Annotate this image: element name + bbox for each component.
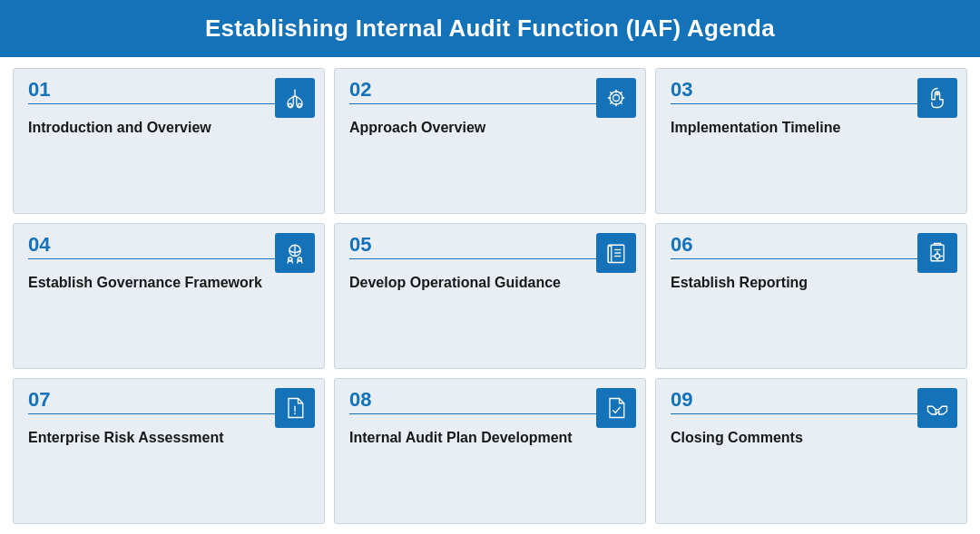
svg-rect-8 xyxy=(608,245,624,262)
card-number-02: 02 xyxy=(349,80,632,100)
page-header: Establishing Internal Audit Function (IA… xyxy=(0,0,980,57)
card-06: 06 Establish Reporting xyxy=(655,223,967,369)
card-title-07: Enterprise Risk Assessment xyxy=(28,429,311,448)
card-title-04: Establish Governance Framework xyxy=(28,274,311,293)
card-title-09: Closing Comments xyxy=(671,429,954,448)
card-02: 02 Approach Overview xyxy=(334,68,646,214)
card-title-06: Establish Reporting xyxy=(671,274,954,293)
svg-point-16 xyxy=(294,413,296,414)
card-number-07: 07 xyxy=(28,390,311,410)
card-08: 08 Internal Audit Plan Development xyxy=(334,378,646,524)
card-title-03: Implementation Timeline xyxy=(671,119,954,138)
card-icon-document-check xyxy=(596,388,636,428)
svg-point-1 xyxy=(299,103,302,107)
card-divider-06 xyxy=(671,258,954,259)
card-number-06: 06 xyxy=(671,235,954,255)
card-icon-gear xyxy=(596,78,636,118)
header-title: Establishing Internal Audit Function (IA… xyxy=(205,15,775,42)
card-divider-09 xyxy=(671,413,954,414)
card-icon-document-warning xyxy=(275,388,315,428)
card-icon-touch xyxy=(917,78,957,118)
card-icon-handshake xyxy=(917,388,957,428)
svg-point-0 xyxy=(289,103,292,107)
card-number-09: 09 xyxy=(671,390,954,410)
svg-point-4 xyxy=(936,92,939,96)
card-divider-01 xyxy=(28,103,311,104)
card-divider-07 xyxy=(28,413,311,414)
card-05: 05 Develop Operational Guidance xyxy=(334,223,646,369)
card-07: 07 Enterprise Risk Assessment xyxy=(13,378,325,524)
card-number-05: 05 xyxy=(349,235,632,255)
card-title-02: Approach Overview xyxy=(349,119,632,138)
card-divider-08 xyxy=(349,413,632,414)
card-number-03: 03 xyxy=(671,80,954,100)
card-number-04: 04 xyxy=(28,235,311,255)
card-number-08: 08 xyxy=(349,390,632,410)
card-03: 03 Implementation Timeline xyxy=(655,68,967,214)
svg-point-13 xyxy=(935,254,939,258)
card-title-05: Develop Operational Guidance xyxy=(349,274,632,293)
card-icon-book xyxy=(596,233,636,273)
card-divider-02 xyxy=(349,103,632,104)
card-divider-04 xyxy=(28,258,311,259)
card-divider-05 xyxy=(349,258,632,259)
card-icon-lungs xyxy=(275,78,315,118)
grid-container: 01 Introduction and Overview 02 Approach… xyxy=(0,57,980,534)
card-icon-clipboard-gear xyxy=(917,233,957,273)
card-icon-globe-people xyxy=(275,233,315,273)
svg-point-3 xyxy=(610,92,622,104)
card-09: 09 Closing Comments xyxy=(655,378,967,524)
card-title-08: Internal Audit Plan Development xyxy=(349,429,632,448)
card-number-01: 01 xyxy=(28,80,311,100)
card-divider-03 xyxy=(671,103,954,104)
card-04: 04 Establish Governance Framework xyxy=(13,223,325,369)
card-01: 01 Introduction and Overview xyxy=(13,68,325,214)
card-title-01: Introduction and Overview xyxy=(28,119,311,138)
svg-point-2 xyxy=(613,95,620,102)
